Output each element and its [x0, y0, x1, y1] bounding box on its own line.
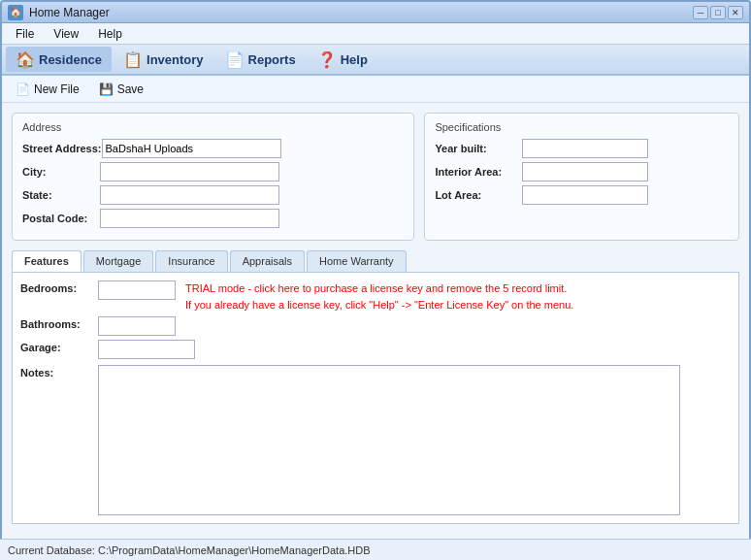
- notes-area: Notes:: [20, 365, 731, 515]
- postal-label: Postal Code:: [22, 213, 100, 224]
- city-input[interactable]: [100, 162, 279, 181]
- state-row: State:: [22, 185, 404, 205]
- inventory-icon: 📋: [123, 49, 143, 69]
- sections-row: Address Street Address: City: State: Pos…: [12, 113, 739, 241]
- city-label: City:: [22, 166, 100, 178]
- save-label: Save: [117, 82, 144, 96]
- garage-label: Garage:: [20, 340, 98, 353]
- garage-row: Garage:: [20, 340, 731, 359]
- interior-row: Interior Area:: [435, 162, 729, 181]
- trial-message[interactable]: TRIAL mode - click here to purchase a li…: [185, 280, 573, 313]
- tab-content-features: Bedrooms: TRIAL mode - click here to pur…: [12, 272, 739, 524]
- nav-toolbar: 🏠 Residence 📋 Inventory 📄 Reports ❓ Help: [2, 45, 749, 76]
- nav-help[interactable]: ❓ Help: [308, 47, 377, 72]
- tabs-area: Features Mortgage Insurance Appraisals H…: [12, 250, 739, 524]
- address-section: Address Street Address: City: State: Pos…: [12, 113, 414, 241]
- postal-input[interactable]: [100, 209, 279, 228]
- state-label: State:: [22, 189, 100, 201]
- trial-line1: TRIAL mode - click here to purchase a li…: [185, 280, 573, 297]
- action-toolbar: 📄 New File 💾 Save: [2, 76, 749, 103]
- garage-input[interactable]: [98, 340, 195, 359]
- street-label: Street Address:: [22, 143, 102, 154]
- nav-inventory-label: Inventory: [147, 52, 204, 67]
- street-input[interactable]: [102, 139, 281, 158]
- menu-view[interactable]: View: [46, 25, 86, 43]
- new-file-label: New File: [34, 82, 80, 96]
- street-row: Street Address:: [22, 139, 404, 158]
- bedrooms-row: Bedrooms: TRIAL mode - click here to pur…: [20, 280, 731, 313]
- lot-input[interactable]: [522, 185, 648, 205]
- lot-row: Lot Area:: [435, 185, 729, 205]
- app-icon: 🏠: [8, 5, 23, 20]
- new-file-icon: 📄: [16, 82, 30, 96]
- specifications-section: Specifications Year built: Interior Area…: [424, 113, 739, 241]
- new-file-button[interactable]: 📄 New File: [8, 81, 87, 98]
- interior-label: Interior Area:: [435, 166, 522, 178]
- year-built-row: Year built:: [435, 139, 729, 158]
- window-controls: ─ □ ✕: [693, 6, 743, 19]
- city-row: City:: [22, 162, 404, 181]
- tab-features[interactable]: Features: [12, 250, 82, 272]
- menu-bar: File View Help: [2, 23, 749, 45]
- bathrooms-label: Bathrooms:: [20, 316, 98, 330]
- reports-icon: 📄: [225, 49, 245, 69]
- bathrooms-input[interactable]: [98, 316, 176, 336]
- interior-input[interactable]: [522, 162, 648, 181]
- status-bar: Current Database: C:\ProgramData\HomeMan…: [0, 539, 751, 560]
- nav-reports[interactable]: 📄 Reports: [215, 47, 306, 72]
- save-button[interactable]: 💾 Save: [91, 81, 151, 98]
- trial-line2: If you already have a license key, click…: [185, 297, 573, 313]
- nav-residence-label: Residence: [39, 52, 102, 67]
- menu-help[interactable]: Help: [90, 25, 130, 43]
- window-title: Home Manager: [29, 6, 693, 19]
- specifications-title: Specifications: [435, 121, 729, 133]
- title-bar: 🏠 Home Manager ─ □ ✕: [2, 2, 749, 23]
- state-input[interactable]: [100, 185, 279, 205]
- main-content: Address Street Address: City: State: Pos…: [2, 103, 749, 558]
- tab-list: Features Mortgage Insurance Appraisals H…: [12, 250, 739, 272]
- help-icon: ❓: [317, 49, 337, 69]
- year-built-label: Year built:: [435, 143, 522, 154]
- lot-label: Lot Area:: [435, 189, 522, 201]
- notes-textarea[interactable]: [98, 365, 680, 515]
- address-title: Address: [22, 121, 404, 133]
- bedrooms-label: Bedrooms:: [20, 280, 98, 294]
- bedrooms-input[interactable]: [98, 280, 176, 300]
- postal-row: Postal Code:: [22, 209, 404, 228]
- residence-icon: 🏠: [16, 49, 35, 69]
- status-text: Current Database: C:\ProgramData\HomeMan…: [8, 544, 371, 556]
- minimize-button[interactable]: ─: [693, 6, 708, 19]
- tab-home-warranty[interactable]: Home Warranty: [307, 250, 407, 272]
- bathrooms-row: Bathrooms:: [20, 316, 731, 336]
- year-built-input[interactable]: [522, 139, 648, 158]
- close-button[interactable]: ✕: [728, 6, 743, 19]
- tab-insurance[interactable]: Insurance: [155, 250, 227, 272]
- notes-label: Notes:: [20, 365, 98, 379]
- tab-appraisals[interactable]: Appraisals: [230, 250, 305, 272]
- nav-residence[interactable]: 🏠 Residence: [6, 47, 112, 72]
- save-icon: 💾: [99, 82, 114, 96]
- nav-inventory[interactable]: 📋 Inventory: [114, 47, 213, 72]
- restore-button[interactable]: □: [710, 6, 726, 19]
- tab-mortgage[interactable]: Mortgage: [83, 250, 153, 272]
- nav-reports-label: Reports: [248, 52, 296, 67]
- menu-file[interactable]: File: [8, 25, 42, 43]
- nav-help-label: Help: [341, 52, 368, 67]
